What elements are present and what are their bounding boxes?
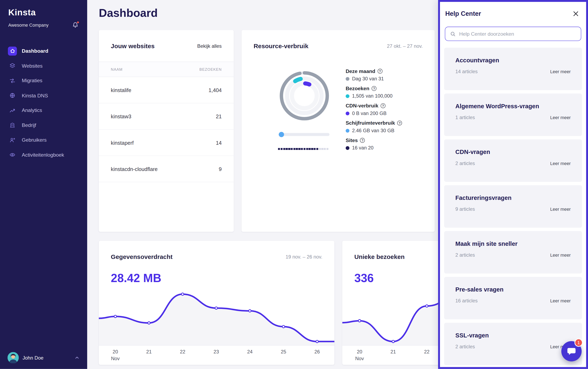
axis-tick: 24 [247, 349, 253, 356]
help-category[interactable]: Pre-sales vragen 16 articles Leer meer [444, 277, 582, 319]
metric-sites: Sites 16 van 20 [346, 138, 402, 151]
resource-usage-card: Resource-verbruik 27 okt. – 27 nov. [241, 30, 435, 232]
column-visits: BEZOEKEN [199, 67, 222, 71]
site-name: kinstaw3 [111, 113, 131, 119]
site-slot [281, 148, 283, 150]
sidebar-item-analytics[interactable]: Analytics [0, 103, 87, 118]
site-slot [296, 148, 298, 150]
site-name: kinstaperf [111, 140, 134, 145]
site-slot [288, 148, 290, 150]
metric-dot [346, 129, 349, 133]
site-slot [306, 148, 308, 150]
transfer-axis: 20Nov212223242526 [99, 345, 334, 365]
site-slot [319, 148, 321, 150]
site-slot [316, 148, 318, 150]
sidebar-item-migraties[interactable]: Migraties [0, 73, 87, 88]
site-slot [299, 148, 300, 150]
axis-tick: 21 [391, 349, 396, 356]
sidebar-item-label: Kinsta DNS [22, 93, 48, 98]
data-transfer-card: Gegevensoverdracht 19 nov. – 26 nov. 28.… [99, 241, 334, 365]
sidebar-item-websites[interactable]: Websites [0, 58, 87, 73]
metric-dot [346, 94, 349, 98]
metric-value: 2.46 GB van 30 GB [352, 128, 394, 133]
category-count: 2 articles [455, 344, 475, 349]
site-slot [321, 148, 323, 150]
avatar [8, 352, 19, 363]
axis-tick: 23 [213, 349, 219, 356]
category-count: 16 articles [455, 298, 478, 303]
learn-more-link[interactable]: Leer meer [550, 69, 571, 74]
learn-more-link[interactable]: Leer meer [550, 161, 571, 166]
metric-dot [346, 146, 349, 150]
info-icon[interactable] [360, 138, 365, 143]
help-category[interactable]: Factureringsvragen 9 articles Leer meer [444, 185, 582, 227]
visits-total: 336 [354, 272, 374, 285]
user-menu[interactable]: John Doe [0, 347, 87, 369]
site-slot [311, 148, 313, 150]
category-title: Accountvragen [455, 57, 571, 64]
company-icon [8, 121, 17, 130]
info-icon[interactable] [397, 121, 402, 125]
migration-icon [8, 76, 17, 85]
sidebar-item-dashboard[interactable]: Dashboard [0, 44, 87, 58]
site-slot [283, 148, 285, 150]
chat-badge: 1 [575, 338, 583, 347]
sites-squares [278, 148, 329, 150]
chat-button[interactable]: 1 [561, 341, 582, 361]
sidebar-item-bedrijf[interactable]: Bedrijf [0, 118, 87, 133]
metric-disk: Schijfruimteverbruik 2.46 GB van 30 GB [346, 120, 402, 133]
site-slot [326, 148, 329, 150]
sidebar-item-label: Gebruikers [22, 137, 47, 143]
bell-icon[interactable] [72, 22, 79, 29]
sidebar-item-label: Dashboard [22, 48, 48, 54]
view-all-link[interactable]: Bekijk alles [197, 43, 222, 49]
help-category[interactable]: Algemene WordPress-vragen 1 articles Lee… [444, 93, 582, 136]
metric-dot [346, 77, 349, 81]
help-category[interactable]: SSL-vragen 2 articles Leer meer [444, 323, 582, 365]
brand-block: Kinsta Awesome Company [0, 0, 87, 29]
help-search-input[interactable] [459, 31, 576, 37]
info-icon[interactable] [371, 86, 376, 91]
info-icon[interactable] [381, 103, 385, 108]
sidebar-item-gebruikers[interactable]: Gebruikers [0, 133, 87, 147]
layers-icon [8, 61, 17, 70]
kinsta-logo: Kinsta [8, 8, 79, 18]
learn-more-link[interactable]: Leer meer [550, 252, 571, 258]
site-slot [286, 148, 288, 150]
sidebar-item-label: Activiteitenlogboek [22, 152, 64, 158]
sidebar-nav: Dashboard Websites Migraties Kinsta DNS … [0, 44, 87, 162]
axis-tick: 25 [281, 349, 286, 356]
card-title: Gegevensoverdracht [111, 253, 173, 260]
learn-more-link[interactable]: Leer meer [550, 115, 571, 120]
learn-more-link[interactable]: Leer meer [550, 206, 571, 212]
metric-visits: Bezoeken 1,505 van 100,000 [346, 86, 402, 99]
table-row[interactable]: kinstaperf 14 [99, 130, 234, 156]
axis-tick: 20Nov [355, 349, 364, 362]
help-category[interactable]: CDN-vragen 2 articles Leer meer [444, 139, 582, 182]
app-window: Kinsta Awesome Company Dashboard Website… [0, 0, 588, 369]
learn-more-link[interactable]: Leer meer [550, 298, 571, 303]
table-row[interactable]: kinstaw3 21 [99, 103, 234, 130]
axis-tick: 20Nov [111, 349, 120, 362]
sidebar-item-label: Migraties [22, 78, 42, 83]
site-name: kinstacdn-cloudflare [111, 166, 158, 172]
sidebar-item-activiteitenlogboek[interactable]: Activiteitenlogboek [0, 147, 87, 162]
help-search [445, 27, 581, 41]
table-row[interactable]: kinstalife 1,404 [99, 77, 234, 103]
category-count: 2 articles [455, 161, 475, 166]
help-category[interactable]: Maak mijn site sneller 2 articles Leer m… [444, 231, 582, 274]
sidebar-item-label: Websites [22, 63, 42, 69]
activity-log-icon [8, 150, 17, 159]
users-icon [8, 135, 17, 144]
help-category[interactable]: Accountvragen 14 articles Leer meer [444, 48, 582, 90]
site-slot [324, 148, 326, 150]
category-count: 14 articles [455, 69, 478, 74]
company-name: Awesome Company [8, 22, 48, 28]
table-row[interactable]: kinstacdn-cloudflare 9 [99, 156, 234, 182]
sidebar-item-kinsta-dns[interactable]: Kinsta DNS [0, 88, 87, 103]
search-icon [450, 31, 455, 37]
info-icon[interactable] [377, 69, 382, 74]
close-icon[interactable] [573, 10, 579, 17]
category-title: SSL-vragen [455, 332, 571, 339]
chevron-up-icon[interactable] [74, 355, 80, 360]
